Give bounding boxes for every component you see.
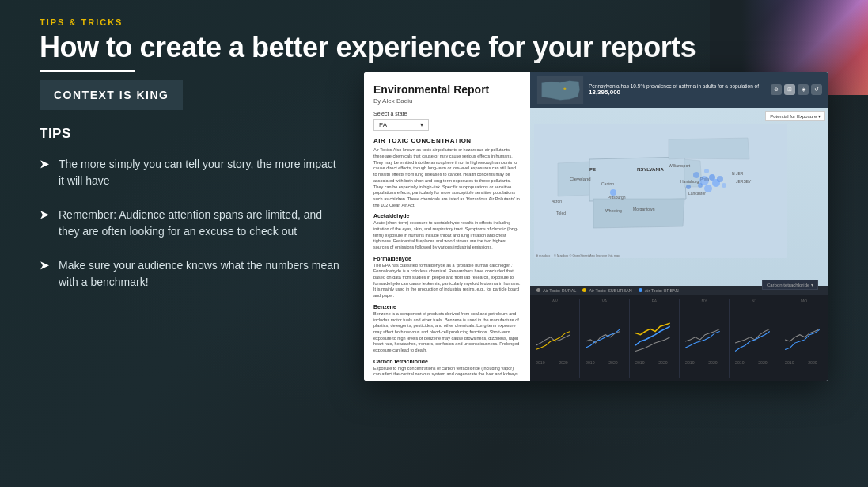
report-map-column: Pennsylvania has 10.5% prevalence of ast…: [530, 72, 828, 381]
chart-item-wv: WV 2010 2020: [530, 299, 580, 378]
chart-svg-nj: 2010 2020: [733, 305, 775, 378]
suburban-legend-text: Air Toxic: SUBURBAN: [589, 288, 631, 293]
svg-text:JERSEY: JERSEY: [736, 179, 752, 184]
svg-point-24: [693, 172, 699, 178]
svg-point-22: [698, 183, 703, 188]
list-item: ➤ Make sure your audience knows what the…: [40, 257, 340, 291]
chart-label-mo: MO: [783, 299, 824, 303]
svg-text:N JER: N JER: [732, 171, 744, 176]
dropdown-chevron-icon: ▾: [420, 121, 423, 128]
svg-text:Williamsport: Williamsport: [669, 163, 691, 168]
us-map-svg: [536, 76, 584, 104]
charts-dropdown[interactable]: Carbon tetrachloride ▾: [762, 280, 818, 290]
category-label: TIPS & TRICKS: [40, 17, 828, 27]
report-container: Environmental Report By Alex Badiu Selec…: [364, 72, 828, 381]
report-subtitle-1: Acetaldehyde: [373, 213, 521, 219]
svg-text:Morgantown: Morgantown: [633, 207, 655, 211]
report-select-dropdown[interactable]: PA ▾: [373, 119, 429, 131]
chart-item-ny: NY 2010 2020: [680, 299, 730, 378]
chart-item-va: VA 2010 2020: [580, 299, 630, 378]
report-body-text-5: Exposure to high concentrations of carbo…: [373, 366, 521, 378]
report-title: Environmental Report: [373, 83, 521, 97]
report-body-text-3: The EPA has classified formaldehyde as a…: [373, 263, 521, 299]
svg-text:Cleveland: Cleveland: [570, 177, 591, 181]
map-icon-4[interactable]: ↺: [811, 84, 822, 95]
svg-text:Pittsburgh: Pittsburgh: [608, 195, 626, 200]
svg-text:2010: 2010: [635, 360, 645, 365]
urban-legend-dot: [639, 288, 642, 292]
map-icon-1[interactable]: ⊕: [771, 84, 782, 95]
svg-point-28: [686, 185, 691, 189]
report-inner: Environmental Report By Alex Badiu Selec…: [364, 72, 828, 381]
report-body-text-1: Air Toxics Also known as toxic air pollu…: [373, 147, 521, 208]
map-icon-3[interactable]: ◈: [798, 84, 809, 95]
svg-text:Lancaster: Lancaster: [688, 191, 706, 196]
content-wrapper: TIPS & TRICKS How to create a better exp…: [0, 0, 868, 487]
urban-legend-text: Air Toxic: URBAN: [645, 288, 679, 293]
map-dropdown-label: Potential for Exposure: [770, 114, 817, 119]
chart-label-pa: PA: [634, 299, 675, 303]
svg-point-27: [722, 183, 726, 188]
legend-item-rural: Air Toxic: RURAL: [536, 288, 576, 293]
svg-text:2010: 2010: [685, 360, 695, 365]
tips-label: TIPS: [40, 126, 340, 142]
chart-item-mo: MO 2010 2020: [779, 299, 828, 378]
svg-text:2020: 2020: [658, 360, 668, 365]
svg-text:⊕ mapbox: ⊕ mapbox: [536, 253, 550, 257]
tip-text-1: The more simply you can tell your story,…: [59, 156, 340, 189]
map-icon-2[interactable]: ⊞: [784, 84, 795, 95]
report-select-label: Select a state: [373, 111, 521, 116]
main-body: CONTEXT IS KING TIPS ➤ The more simply y…: [0, 80, 868, 487]
tip-text-2: Remember: Audience attention spans are l…: [59, 207, 340, 240]
report-subtitle-2: Formaldehyde: [373, 256, 521, 261]
svg-text:2010: 2010: [735, 360, 745, 365]
svg-point-25: [704, 169, 709, 173]
chart-svg-ny: 2010 2020: [684, 305, 725, 378]
map-stat-text: Pennsylvania has 10.5% prevalence of ast…: [589, 83, 766, 96]
chart-item-pa: PA 2010 2020: [630, 299, 680, 378]
svg-text:2020: 2020: [708, 360, 718, 365]
title-underline: [40, 70, 135, 72]
rural-legend-text: Air Toxic: RURAL: [543, 288, 576, 293]
svg-text:Wheeling: Wheeling: [605, 208, 622, 213]
svg-text:© Mapbox © OpenStreetMap  Impr: © Mapbox © OpenStreetMap Improve this ma…: [554, 253, 620, 257]
svg-text:NSYLVANIA: NSYLVANIA: [637, 167, 664, 172]
svg-text:2020: 2020: [559, 360, 568, 365]
rural-legend-dot: [536, 288, 540, 292]
svg-text:2010: 2010: [785, 360, 794, 365]
tip-text-3: Make sure your audience knows what the n…: [59, 257, 340, 291]
svg-text:2010: 2010: [586, 360, 595, 365]
report-subtitle-3: Benzene: [373, 304, 521, 310]
context-banner-text: CONTEXT IS KING: [54, 89, 169, 101]
svg-point-18: [610, 189, 616, 196]
tips-list: ➤ The more simply you can tell your stor…: [40, 156, 340, 291]
report-body-text-4: Benzene is a component of products deriv…: [373, 311, 521, 354]
chart-item-nj: NJ 2010 2020: [730, 299, 779, 378]
report-subtitle-4: Carbon tetrachloride: [373, 359, 521, 364]
map-population: 13,395,000: [589, 89, 620, 96]
svg-text:2020: 2020: [758, 360, 768, 365]
main-title: How to create a better experience for yo…: [40, 32, 828, 63]
charts-area: WV 2010 2020: [530, 295, 828, 381]
report-section-title: AIR TOXIC CONCENTRATION: [373, 137, 521, 144]
report-text-column: Environmental Report By Alex Badiu Selec…: [364, 72, 530, 381]
pennsylvania-map-svg: Cleveland Akron Toled NSYLVANIA PE Canto…: [534, 124, 787, 258]
svg-text:2020: 2020: [608, 360, 618, 365]
suburban-legend-dot: [582, 288, 586, 292]
svg-text:Canton: Canton: [601, 181, 614, 186]
report-charts-row: Air Toxic: RURAL Air Toxic: SUBURBAN Air…: [530, 286, 828, 381]
legend-item-urban: Air Toxic: URBAN: [639, 288, 679, 293]
chart-label-va: VA: [584, 299, 625, 303]
chart-svg-mo: 2010 2020: [783, 305, 824, 378]
us-mini-map: [536, 76, 584, 104]
svg-text:Akron: Akron: [552, 199, 562, 204]
context-banner: CONTEXT IS KING: [40, 80, 183, 110]
arrow-icon-3: ➤: [40, 259, 49, 272]
svg-text:Harrisburg: Harrisburg: [680, 179, 699, 184]
svg-point-1: [563, 87, 567, 90]
list-item: ➤ The more simply you can tell your stor…: [40, 156, 340, 189]
right-panel: Environmental Report By Alex Badiu Selec…: [364, 72, 828, 381]
svg-text:2020: 2020: [808, 360, 817, 365]
map-icon-group: ⊕ ⊞ ◈ ↺: [771, 84, 822, 95]
map-dropdown[interactable]: Potential for Exposure ▾: [765, 111, 825, 121]
